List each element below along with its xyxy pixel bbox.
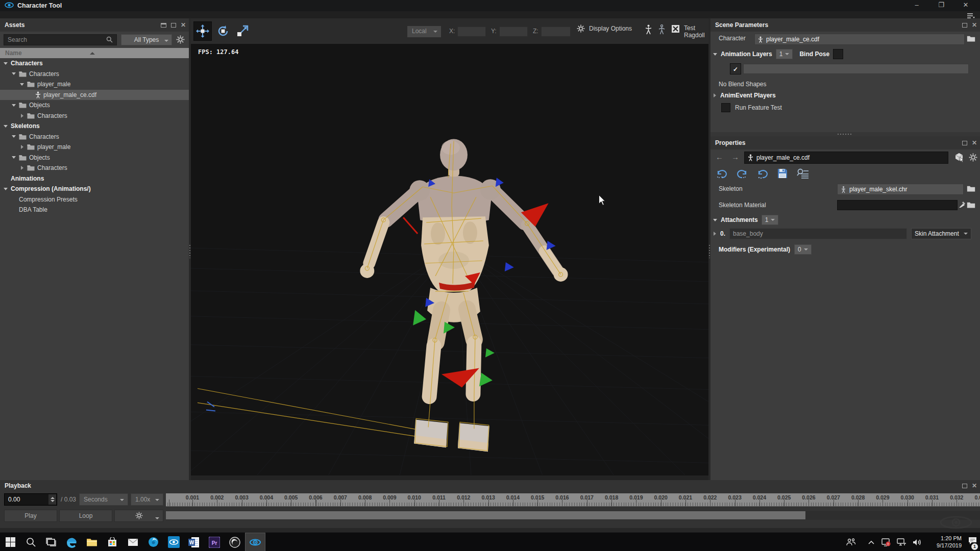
taskbar-clock[interactable]: 1:20 PM 9/17/2019 xyxy=(930,535,962,549)
close-panel-icon[interactable]: ✕ xyxy=(972,140,977,146)
loop-button[interactable]: Loop xyxy=(59,510,112,522)
tree-item-characters[interactable]: Characters xyxy=(0,132,189,142)
tray-app-alert-icon[interactable]: ! xyxy=(879,533,893,551)
playback-options-button[interactable] xyxy=(114,510,163,522)
bind-pose-checkbox[interactable] xyxy=(833,49,843,59)
bind-pose-figure-icon[interactable] xyxy=(658,24,665,35)
skeleton-material-field[interactable] xyxy=(837,200,958,210)
maximize-panel-icon[interactable] xyxy=(171,23,176,28)
redo-icon[interactable] xyxy=(736,168,748,179)
show-unused-properties-icon[interactable] xyxy=(796,168,810,179)
move-tool-button[interactable] xyxy=(193,21,212,41)
properties-settings-gear-icon[interactable] xyxy=(969,153,977,162)
pick-in-viewport-icon[interactable] xyxy=(953,152,965,163)
scale-tool-button[interactable] xyxy=(233,21,252,41)
maximize-panel-icon[interactable] xyxy=(962,23,967,28)
abort-test-icon[interactable] xyxy=(671,24,680,33)
taskbar-mail-icon[interactable] xyxy=(122,533,143,551)
taskbar-file-explorer-icon[interactable] xyxy=(82,533,102,551)
undo-icon[interactable] xyxy=(716,168,728,179)
tree-item-skeletons[interactable]: Skeletons xyxy=(0,121,189,132)
expander-collapsed-icon[interactable] xyxy=(19,114,24,118)
expander-expanded[interactable] xyxy=(713,53,717,56)
layer-animation-field[interactable] xyxy=(743,64,969,74)
nav-back-icon[interactable]: ← xyxy=(716,153,723,161)
close-panel-icon[interactable]: ✕ xyxy=(972,22,977,28)
taskbar-store-icon[interactable] xyxy=(102,533,122,551)
y-axis-field[interactable] xyxy=(499,27,528,37)
spinner-arrows-icon[interactable] xyxy=(48,494,56,505)
attachments-count-dropdown[interactable]: 1 xyxy=(762,215,779,225)
time-units-dropdown[interactable]: Seconds xyxy=(79,493,128,506)
taskbar-premiere-icon[interactable]: Pr xyxy=(204,533,225,551)
tree-item-objects[interactable]: Objects xyxy=(0,100,189,111)
timeline-ruler[interactable]: 0.0010.0020.0030.0040.0050.0060.0070.008… xyxy=(166,493,980,507)
type-filter-dropdown[interactable]: All Types xyxy=(121,34,172,45)
people-tray-icon[interactable] xyxy=(843,533,859,551)
assets-panel-header[interactable]: Assets ✕ xyxy=(0,18,189,32)
3d-viewport[interactable]: FPS: 127.64 xyxy=(191,44,708,475)
expander-expanded-icon[interactable] xyxy=(3,62,8,65)
test-ragdoll-button[interactable]: Test Ragdoll xyxy=(684,24,708,39)
tree-item-characters[interactable]: Characters xyxy=(0,58,189,69)
animation-layers-count-dropdown[interactable]: 1 xyxy=(776,49,793,59)
revert-icon[interactable] xyxy=(756,168,769,179)
maximize-panel-icon[interactable] xyxy=(962,141,967,145)
tree-item-compression-presets[interactable]: Compression Presets xyxy=(0,194,189,205)
scene-parameters-header[interactable]: Scene Parameters ✕ xyxy=(710,18,980,32)
save-icon[interactable] xyxy=(777,168,788,179)
expander-expanded-icon[interactable] xyxy=(11,156,16,159)
pick-material-icon[interactable] xyxy=(959,201,966,208)
expander-expanded-icon[interactable] xyxy=(19,83,24,86)
display-options-button[interactable]: Display Options xyxy=(577,24,632,33)
expander-expanded-icon[interactable] xyxy=(3,188,8,190)
character-pose-icon[interactable] xyxy=(645,24,652,35)
browse-skeleton-folder-icon[interactable] xyxy=(967,185,975,192)
browse-material-folder-icon[interactable] xyxy=(967,202,975,208)
taskbar-media-app-icon[interactable] xyxy=(143,533,163,551)
expander-collapsed-icon[interactable] xyxy=(19,145,24,149)
expander-collapsed[interactable] xyxy=(714,232,716,236)
expander-expanded-icon[interactable] xyxy=(11,135,16,138)
playback-header[interactable]: Playback ✕ xyxy=(0,480,980,491)
taskbar-edge-icon[interactable] xyxy=(61,533,82,551)
restore-button[interactable]: ❐ xyxy=(931,0,951,11)
tree-item-characters[interactable]: Characters xyxy=(0,163,189,173)
close-button[interactable]: ✕ xyxy=(955,0,976,11)
maximize-panel-icon[interactable] xyxy=(962,484,967,488)
attachment-name-field[interactable]: base_body xyxy=(729,228,907,239)
taskbar-task-view-icon[interactable] xyxy=(41,533,61,551)
document-path-field[interactable]: player_male_ce.cdf xyxy=(744,152,948,164)
volume-tray-icon[interactable] xyxy=(910,533,925,551)
character-field[interactable]: player_male_ce.cdf xyxy=(754,34,965,45)
expander-expanded-icon[interactable] xyxy=(3,125,8,128)
taskbar-start-icon[interactable] xyxy=(0,533,20,551)
browse-character-folder-icon[interactable] xyxy=(967,35,975,42)
expander-expanded[interactable] xyxy=(713,219,717,221)
network-tray-icon[interactable] xyxy=(894,533,909,551)
nav-forward-icon[interactable]: → xyxy=(731,153,739,161)
coordinate-space-dropdown[interactable]: Local xyxy=(407,26,441,37)
taskbar-search-icon[interactable] xyxy=(20,533,41,551)
z-axis-field[interactable] xyxy=(541,27,571,37)
attachment-type-dropdown[interactable]: Skin Attachment xyxy=(911,228,971,239)
taskbar-character-tool-active-icon[interactable] xyxy=(245,533,265,551)
taskbar-obs-icon[interactable] xyxy=(225,533,245,551)
expander-collapsed[interactable] xyxy=(714,93,716,97)
minimize-button[interactable]: – xyxy=(906,0,927,11)
tree-item-compression-animations-[interactable]: Compression (Animations/) xyxy=(0,184,189,194)
tree-item-animations[interactable]: Animations xyxy=(0,173,189,184)
panel-splitter-handle[interactable] xyxy=(710,132,980,136)
playback-speed-dropdown[interactable]: 1.00x xyxy=(131,493,163,506)
tree-item-dba-table[interactable]: DBA Table xyxy=(0,205,189,215)
scrollbar-thumb[interactable] xyxy=(166,511,805,519)
timeline-scrollbar[interactable] xyxy=(166,511,980,520)
tray-overflow-chevron-icon[interactable] xyxy=(865,533,878,551)
taskbar-cryengine-tile-icon[interactable] xyxy=(163,533,184,551)
tree-item-objects[interactable]: Objects xyxy=(0,153,189,163)
play-button[interactable]: Play xyxy=(4,510,57,522)
properties-header[interactable]: Properties ✕ xyxy=(710,136,980,149)
rotate-tool-button[interactable] xyxy=(214,21,232,41)
action-center-icon[interactable]: 1 xyxy=(968,536,978,547)
expander-expanded-icon[interactable] xyxy=(11,72,16,75)
